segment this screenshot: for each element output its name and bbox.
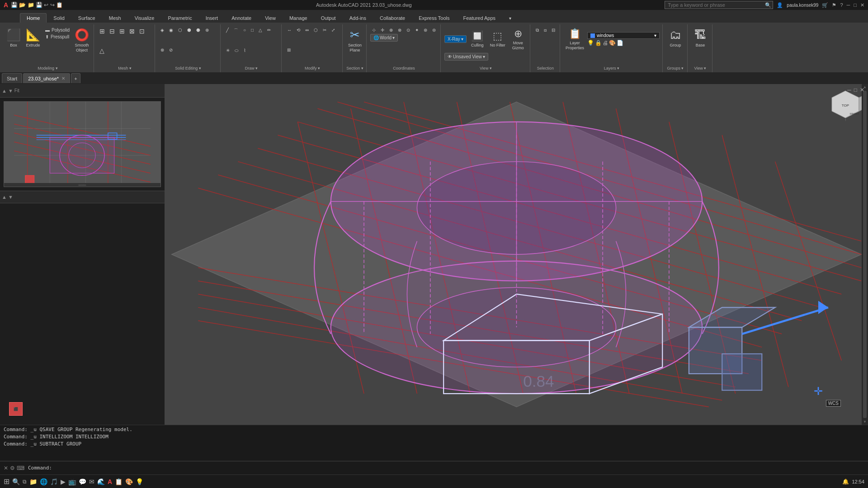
solid-edit-btn-1[interactable]: ◈ — [159, 27, 166, 33]
coord-btn-6[interactable]: ✦ — [413, 27, 420, 33]
modify-btn-4[interactable]: ⬡ — [312, 27, 320, 33]
viewport-minimize[interactable]: ─ — [847, 87, 851, 93]
view-cube[interactable]: TOP RIGHT FRONT ↑ — [827, 89, 863, 125]
world-dropdown[interactable]: 🌐 World ▾ — [370, 34, 398, 42]
solid-edit-btn-6[interactable]: ⊕ — [203, 27, 211, 33]
win-autocad-icon[interactable]: A — [108, 478, 112, 485]
win-notification-icon[interactable]: 🔔 — [842, 479, 849, 485]
draw-btn-5[interactable]: △ — [257, 27, 264, 33]
layer-icon-4[interactable]: 🎨 — [609, 40, 616, 46]
win-app2-icon[interactable]: 📋 — [115, 478, 123, 485]
wcs-label[interactable]: WCS — [826, 400, 841, 407]
doc-tab-start[interactable]: Start — [2, 73, 22, 83]
selection-btn-2[interactable]: ⧈ — [542, 27, 548, 33]
mini-viewport[interactable]: ═══ — [4, 101, 161, 187]
coord-btn-7[interactable]: ⊛ — [422, 27, 429, 33]
smooth-object-button[interactable]: ⭕ SmoothObject — [73, 27, 91, 54]
modify-btn-7[interactable]: ⊞ — [285, 47, 292, 53]
tab-addins[interactable]: Add-ins — [343, 13, 373, 23]
canvas-area[interactable]: [+][Custom View][X-Ray] ─ □ ✕ — [165, 84, 868, 425]
doc-tab-add[interactable]: + — [71, 73, 80, 83]
coord-btn-4[interactable]: ⊗ — [396, 27, 403, 33]
tab-collaborate[interactable]: Collaborate — [373, 13, 412, 23]
section-plane-button[interactable]: ✂ SectionPlane — [346, 27, 363, 54]
modify-btn-2[interactable]: ⟲ — [295, 27, 302, 33]
win-chrome-icon[interactable]: 🌐 — [40, 478, 47, 485]
maximize-btn[interactable]: □ — [854, 2, 857, 8]
doc-tab-main[interactable]: 23.03_uhose* ✕ — [23, 73, 70, 83]
tab-surface[interactable]: Surface — [71, 13, 102, 23]
mesh-btn-1[interactable]: ⊞ — [98, 27, 107, 35]
base-button[interactable]: 🏗 Base — [691, 27, 709, 49]
win-start-icon[interactable]: ⊞ — [4, 477, 9, 486]
culling-button[interactable]: 🔲 Culling — [468, 29, 486, 49]
command-cancel-icon[interactable]: ✕ — [4, 465, 8, 471]
solid-edit-btn-4[interactable]: ⬢ — [185, 27, 193, 33]
modify-btn-6[interactable]: ⤢ — [330, 27, 337, 33]
win-photoshop-icon[interactable]: 🎨 — [125, 478, 133, 485]
tab-parametric[interactable]: Parametric — [161, 13, 198, 23]
viewport-maximize[interactable]: □ — [854, 87, 857, 93]
solid-edit-btn-7[interactable]: ⊗ — [159, 47, 166, 53]
box-button[interactable]: ⬛ Box — [5, 27, 23, 49]
layer-name-dropdown[interactable]: windows ▾ — [587, 32, 660, 39]
layer-icon-1[interactable]: 💡 — [587, 40, 594, 46]
coord-btn-1[interactable]: ⊹ — [370, 27, 377, 33]
tab-extra[interactable]: ▾ — [502, 14, 518, 23]
layer-icon-5[interactable]: 📄 — [617, 40, 623, 46]
win-music-icon[interactable]: 🎵 — [50, 478, 58, 485]
left-nav-btn-2[interactable]: ▼ — [8, 194, 13, 200]
coord-btn-3[interactable]: ⊕ — [387, 27, 395, 33]
tab-express[interactable]: Express Tools — [412, 13, 456, 23]
win-mail-icon[interactable]: ✉ — [89, 478, 94, 485]
no-filter-button[interactable]: ⬚ No Filter — [488, 29, 507, 49]
win-search-icon[interactable]: 🔍 — [12, 478, 20, 485]
search-input[interactable] — [665, 1, 773, 9]
draw-btn-2[interactable]: ⌒ — [232, 27, 240, 34]
draw-btn-6[interactable]: ✏ — [265, 27, 273, 33]
command-input[interactable] — [54, 465, 864, 471]
win-app3-icon[interactable]: 💡 — [136, 478, 143, 485]
tab-annotate[interactable]: Annotate — [225, 13, 258, 23]
main-viewport[interactable]: [+][Custom View][X-Ray] ─ □ ✕ — [165, 84, 868, 425]
draw-btn-7[interactable]: ✳ — [224, 47, 231, 53]
modify-btn-3[interactable]: ⇔ — [303, 27, 311, 33]
tab-insert[interactable]: Insert — [199, 13, 225, 23]
mesh-btn-4[interactable]: ⊠ — [127, 27, 137, 35]
modify-btn-5[interactable]: ✂ — [321, 27, 328, 33]
win-edge-icon[interactable]: 🌊 — [97, 478, 105, 485]
scroll-down-icon[interactable]: ▼ — [863, 420, 867, 424]
draw-btn-8[interactable]: ⬭ — [233, 47, 241, 54]
tab-view[interactable]: View — [258, 13, 283, 23]
draw-btn-9[interactable]: ⌇ — [242, 47, 248, 53]
tab-solid[interactable]: Solid — [47, 13, 71, 23]
layer-properties-button[interactable]: 📋 LayerProperties — [564, 27, 586, 52]
coord-btn-5[interactable]: ⊙ — [405, 27, 412, 33]
command-settings-icon[interactable]: ⚙ — [10, 465, 15, 471]
left-nav-btn-1[interactable]: ▲ — [2, 194, 7, 200]
draw-btn-3[interactable]: ○ — [241, 27, 248, 33]
win-taskview-icon[interactable]: ⧉ — [23, 479, 27, 485]
close-btn[interactable]: ✕ — [860, 2, 864, 8]
selection-btn-1[interactable]: ⧉ — [534, 27, 541, 33]
command-history-icon[interactable]: ⌨ — [17, 465, 24, 471]
tab-visualize[interactable]: Visualize — [128, 13, 161, 23]
win-netflix-icon[interactable]: ▶ — [61, 478, 66, 485]
solid-edit-btn-2[interactable]: ◉ — [167, 27, 175, 33]
selection-btn-3[interactable]: ⊟ — [550, 27, 557, 33]
nav-btn-down[interactable]: ▼ — [8, 88, 13, 94]
minimize-btn[interactable]: ─ — [847, 2, 850, 8]
layer-icon-3[interactable]: 🖨 — [603, 40, 608, 46]
tab-home[interactable]: Home — [20, 13, 47, 23]
mini-viewport-resize[interactable]: ═══ — [4, 183, 160, 187]
win-messenger-icon[interactable]: 💬 — [79, 478, 86, 485]
mesh-btn-2[interactable]: ⊟ — [108, 27, 117, 35]
mesh-btn-6[interactable]: △ — [98, 47, 106, 55]
solid-edit-btn-3[interactable]: ⬡ — [176, 27, 184, 33]
polysolid-button[interactable]: ▬ Polysolid — [43, 27, 71, 33]
doc-tab-close-icon[interactable]: ✕ — [61, 76, 65, 81]
nav-btn-up[interactable]: ▲ — [2, 88, 7, 94]
mesh-btn-5[interactable]: ⊡ — [137, 27, 146, 35]
viewport-close[interactable]: ✕ — [860, 87, 864, 93]
solid-edit-btn-5[interactable]: ⬣ — [194, 27, 202, 33]
